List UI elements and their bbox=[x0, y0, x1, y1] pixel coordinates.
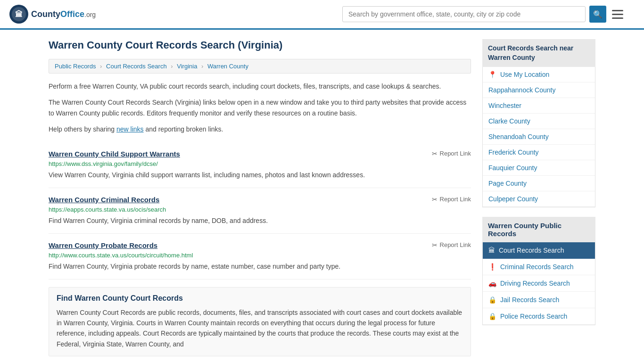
content-area: Warren County Court Records Search (Virg… bbox=[49, 39, 471, 356]
record-url-0[interactable]: https://www.dss.virginia.gov/family/dcse… bbox=[49, 160, 158, 167]
search-area: 🔍 bbox=[342, 6, 625, 23]
intro-paragraph-3: Help others by sharing new links and rep… bbox=[49, 124, 471, 134]
nearby-item-7[interactable]: Page County bbox=[483, 176, 595, 191]
search-icon: 🔍 bbox=[593, 10, 603, 19]
nearby-item-8[interactable]: Culpeper County bbox=[483, 191, 595, 207]
nearby-link-6[interactable]: Fauquier County bbox=[488, 164, 537, 172]
public-records-icon-3: 🔒 bbox=[488, 296, 496, 304]
logo-text: CountyOffice.org bbox=[31, 9, 96, 19]
public-records-item-0[interactable]: 🏛Court Records Search bbox=[483, 242, 595, 259]
records-container: Warren County Child Support Warrants ✂ R… bbox=[49, 142, 471, 280]
search-button[interactable]: 🔍 bbox=[589, 6, 606, 23]
record-url-2[interactable]: http://www.courts.state.va.us/courts/cir… bbox=[49, 252, 193, 259]
public-records-link-2[interactable]: Driving Records Search bbox=[500, 280, 570, 287]
svg-text:🏛: 🏛 bbox=[15, 10, 23, 18]
nearby-item-3[interactable]: Clarke County bbox=[483, 114, 595, 129]
record-desc-0: View Warren County, Virginia child suppo… bbox=[49, 170, 471, 180]
nearby-link-3[interactable]: Clarke County bbox=[488, 117, 530, 125]
nearby-item-0[interactable]: 📍Use My Location bbox=[483, 67, 595, 82]
record-title-1[interactable]: Warren County Criminal Records bbox=[49, 196, 159, 204]
public-records-item-2[interactable]: 🚗Driving Records Search bbox=[483, 275, 595, 292]
report-link-0[interactable]: ✂ Report Link bbox=[432, 150, 471, 157]
breadcrumb-sep: › bbox=[171, 63, 173, 70]
intro-paragraph-2: The Warren County Court Records Search (… bbox=[49, 97, 471, 118]
public-records-item-4[interactable]: 🔒Police Records Search bbox=[483, 308, 595, 325]
nearby-title: Court Records Search near Warren County bbox=[482, 39, 595, 67]
nearby-list: 📍Use My LocationRappahannock CountyWinch… bbox=[482, 67, 595, 207]
nearby-link-2[interactable]: Winchester bbox=[488, 102, 521, 109]
find-section: Find Warren County Court Records Warren … bbox=[49, 287, 471, 357]
nearby-link-7[interactable]: Page County bbox=[488, 180, 527, 187]
breadcrumb-sep: › bbox=[100, 63, 102, 70]
public-records-link-4[interactable]: Police Records Search bbox=[500, 313, 567, 320]
record-desc-2: Find Warren County, Virginia probate rec… bbox=[49, 262, 471, 272]
public-records-icon-0: 🏛 bbox=[488, 247, 495, 254]
nearby-item-2[interactable]: Winchester bbox=[483, 98, 595, 114]
record-title-0[interactable]: Warren County Child Support Warrants bbox=[49, 150, 180, 158]
report-icon-2: ✂ bbox=[432, 241, 438, 249]
main-container: Warren County Court Records Search (Virg… bbox=[39, 30, 605, 356]
page-title: Warren County Court Records Search (Virg… bbox=[49, 39, 471, 51]
header: 🏛 CountyOffice.org 🔍 bbox=[0, 0, 644, 30]
record-entry-2: Warren County Probate Records ✂ Report L… bbox=[49, 234, 471, 280]
nearby-link-4[interactable]: Shenandoah County bbox=[488, 133, 549, 140]
public-records-link-1[interactable]: Criminal Records Search bbox=[500, 263, 574, 271]
public-records-list: 🏛Court Records Search❗Criminal Records S… bbox=[482, 242, 595, 325]
new-links-link[interactable]: new links bbox=[116, 125, 144, 133]
menu-button[interactable] bbox=[610, 8, 625, 21]
breadcrumb-public-records[interactable]: Public Records bbox=[55, 63, 96, 70]
public-records-item-3[interactable]: 🔒Jail Records Search bbox=[483, 292, 595, 308]
nearby-link-8[interactable]: Culpeper County bbox=[488, 195, 538, 203]
nearby-link-0[interactable]: Use My Location bbox=[500, 71, 549, 78]
logo-area: 🏛 CountyOffice.org bbox=[9, 5, 96, 24]
menu-line bbox=[612, 10, 623, 11]
record-url-1[interactable]: https://eapps.courts.state.va.us/ocis/se… bbox=[49, 206, 166, 213]
sidebar: Court Records Search near Warren County … bbox=[482, 39, 595, 356]
report-icon-0: ✂ bbox=[432, 150, 438, 157]
breadcrumb-sep: › bbox=[201, 63, 203, 70]
record-title-2[interactable]: Warren County Probate Records bbox=[49, 241, 157, 249]
menu-line bbox=[612, 14, 623, 15]
breadcrumb-warren-county[interactable]: Warren County bbox=[207, 63, 248, 70]
breadcrumb: Public Records › Court Records Search › … bbox=[49, 59, 471, 74]
public-records-title: Warren County Public Records bbox=[482, 217, 595, 242]
record-entry-1: Warren County Criminal Records ✂ Report … bbox=[49, 188, 471, 234]
nearby-section: Court Records Search near Warren County … bbox=[482, 39, 595, 207]
menu-line bbox=[612, 17, 623, 19]
public-records-section: Warren County Public Records 🏛Court Reco… bbox=[482, 217, 595, 325]
logo-icon: 🏛 bbox=[9, 5, 28, 24]
breadcrumb-court-records[interactable]: Court Records Search bbox=[106, 63, 167, 70]
record-entry-0: Warren County Child Support Warrants ✂ R… bbox=[49, 142, 471, 188]
public-records-item-1[interactable]: ❗Criminal Records Search bbox=[483, 259, 595, 275]
nearby-item-1[interactable]: Rappahannock County bbox=[483, 82, 595, 98]
public-records-icon-1: ❗ bbox=[488, 263, 496, 271]
public-records-link-3[interactable]: Jail Records Search bbox=[500, 296, 559, 304]
nearby-item-5[interactable]: Frederick County bbox=[483, 145, 595, 160]
report-icon-1: ✂ bbox=[432, 196, 438, 203]
intro-paragraph-1: Perform a free Warren County, VA public … bbox=[49, 81, 471, 91]
nearby-item-4[interactable]: Shenandoah County bbox=[483, 129, 595, 145]
nearby-link-5[interactable]: Frederick County bbox=[488, 148, 539, 156]
nearby-item-6[interactable]: Fauquier County bbox=[483, 160, 595, 176]
nearby-link-1[interactable]: Rappahannock County bbox=[488, 86, 555, 94]
public-records-icon-4: 🔒 bbox=[488, 313, 496, 320]
find-section-text: Warren County Court Records are public r… bbox=[57, 307, 463, 350]
public-records-icon-2: 🚗 bbox=[488, 280, 496, 287]
public-records-link-0[interactable]: Court Records Search bbox=[499, 247, 564, 254]
record-desc-1: Find Warren County, Virginia criminal re… bbox=[49, 216, 471, 226]
location-icon: 📍 bbox=[488, 71, 496, 78]
find-section-title: Find Warren County Court Records bbox=[57, 294, 463, 303]
report-link-2[interactable]: ✂ Report Link bbox=[432, 241, 471, 249]
report-link-1[interactable]: ✂ Report Link bbox=[432, 196, 471, 203]
breadcrumb-virginia[interactable]: Virginia bbox=[177, 63, 197, 70]
search-input[interactable] bbox=[342, 6, 586, 22]
